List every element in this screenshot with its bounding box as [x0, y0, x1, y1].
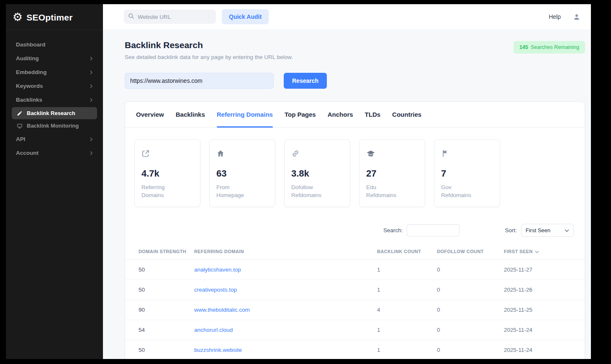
table-header-row: Domain Strength Referring Domain Backlin…: [125, 244, 585, 260]
sidebar-item-label: Embedding: [16, 69, 47, 75]
tab-backlinks[interactable]: Backlinks: [176, 102, 205, 127]
tab-tlds[interactable]: TLDs: [365, 102, 381, 127]
referring-domain-link[interactable]: anchorurl.cloud: [194, 327, 233, 333]
research-button[interactable]: Research: [284, 73, 327, 89]
help-link[interactable]: Help: [549, 13, 561, 20]
stat-referring-domains: 4.7k Referring Domains: [134, 139, 200, 207]
table-row: 90 www.thebolditalic.com 4 0 2025-11-25: [125, 300, 585, 320]
first-seen-value: 2025-11-24: [504, 320, 585, 340]
chevron-right-icon: [90, 84, 93, 89]
sidebar-item-keywords[interactable]: Keywords: [12, 79, 97, 93]
chevron-right-icon: [90, 70, 93, 75]
col-referring-domain: Referring Domain: [194, 244, 377, 260]
sidebar-item-label: Backlink Research: [27, 110, 75, 116]
referring-domain-link[interactable]: www.thebolditalic.com: [194, 307, 250, 313]
link-icon: [291, 149, 343, 158]
website-url-input[interactable]: [138, 14, 212, 20]
user-menu-icon[interactable]: [572, 13, 581, 21]
tab-anchors[interactable]: Anchors: [328, 102, 353, 127]
table-controls: Search: Sort: First Seen: [125, 224, 585, 237]
dofollow-count-value: 0: [437, 280, 504, 300]
sidebar-item-backlink-monitoring[interactable]: Backlink Monitoring: [12, 120, 97, 132]
sidebar-item-api[interactable]: API: [12, 132, 97, 146]
stat-dofollow-refdomains: 3.8k Dofollow Refdomains: [284, 139, 350, 207]
stat-from-homepage: 63 From Homepage: [209, 139, 275, 207]
flag-icon: [441, 149, 493, 158]
stat-value: 3.8k: [291, 168, 343, 179]
stat-edu-refdomains: 27 Edu Refdomains: [359, 139, 425, 207]
stat-label: Edu Refdomains: [366, 183, 418, 199]
sidebar-item-backlink-research[interactable]: Backlink Research: [12, 107, 97, 119]
dofollow-count-value: 0: [437, 300, 504, 320]
referring-domains-table: Domain Strength Referring Domain Backlin…: [125, 244, 585, 359]
referring-domain-link[interactable]: analyticshaven.top: [194, 267, 241, 273]
sort-group: Sort: First Seen: [505, 224, 574, 237]
referring-domain-link[interactable]: buzzshrink.website: [194, 347, 242, 353]
sidebar-item-backlinks[interactable]: Backlinks: [12, 93, 97, 107]
sort-select[interactable]: First Seen: [521, 224, 574, 237]
sidebar-nav: Dashboard Auditing Embedding Keywords Ba…: [6, 30, 103, 167]
dofollow-count-value: 0: [437, 340, 504, 359]
searches-remaining-badge: 145 Searches Remaining: [513, 41, 585, 54]
gear-logo-icon: ⚙: [13, 12, 23, 23]
sidebar: ⚙ SEOptimer Dashboard Auditing Embedding…: [6, 4, 103, 359]
sidebar-item-label: Account: [16, 150, 39, 156]
domain-strength-value: 54: [125, 320, 194, 340]
tab-top-pages[interactable]: Top Pages: [285, 102, 316, 127]
sidebar-item-dashboard[interactable]: Dashboard: [12, 38, 97, 51]
searches-remaining-label: Searches Remaining: [531, 44, 579, 50]
sidebar-item-auditing[interactable]: Auditing: [12, 51, 97, 65]
table-row: 50 creativeposts.top 1 0 2025-11-26: [125, 280, 585, 300]
sidebar-item-embedding[interactable]: Embedding: [12, 65, 97, 79]
chevron-down-icon: [565, 227, 569, 233]
sidebar-item-label: API: [16, 136, 26, 142]
domain-strength-value: 50: [125, 280, 194, 300]
backlink-results-card: Overview Backlinks Referring Domains Top…: [125, 101, 585, 359]
home-icon: [216, 149, 268, 158]
referring-domain-link[interactable]: creativeposts.top: [194, 287, 237, 293]
tab-countries[interactable]: Countries: [392, 102, 421, 127]
stat-label: Referring Domains: [141, 183, 193, 199]
first-seen-sort-header[interactable]: First Seen: [504, 249, 539, 254]
monitor-icon: [17, 123, 23, 129]
col-dofollow-count: Dofollow Count: [437, 244, 504, 260]
table-row: 50 analyticshaven.top 1 0 2025-11-27: [125, 260, 585, 280]
website-url-search[interactable]: [124, 10, 216, 24]
stat-value: 27: [366, 168, 418, 179]
table-search-input[interactable]: [407, 224, 460, 236]
searches-remaining-count: 145: [519, 44, 528, 50]
table-row: 54 anchorurl.cloud 1 0 2025-11-24: [125, 320, 585, 340]
page-header: Backlink Research See detailed backlink …: [125, 40, 585, 60]
sidebar-item-label: Auditing: [16, 55, 39, 62]
research-search-row: Research: [125, 73, 585, 89]
content: Backlink Research See detailed backlink …: [103, 29, 591, 359]
quick-audit-button[interactable]: Quick Audit: [222, 9, 269, 24]
stat-value: 63: [216, 168, 268, 179]
brand-logo[interactable]: ⚙ SEOptimer: [6, 4, 103, 30]
stat-label: Gov Refdomains: [441, 183, 493, 199]
backlink-count-value: 1: [377, 340, 437, 359]
dofollow-count-value: 0: [437, 320, 504, 340]
sidebar-item-label: Backlink Monitoring: [27, 123, 79, 129]
pencil-icon: [17, 110, 23, 116]
page-title: Backlink Research: [125, 40, 293, 50]
col-domain-strength: Domain Strength: [125, 244, 194, 260]
chevron-right-icon: [90, 151, 93, 156]
stats-row: 4.7k Referring Domains 63 From: [125, 128, 585, 207]
first-seen-value: 2025-11-25: [504, 300, 585, 320]
backlink-count-value: 1: [377, 320, 437, 340]
stat-label: From Homepage: [216, 183, 268, 199]
tab-referring-domains[interactable]: Referring Domains: [217, 102, 273, 127]
first-seen-value: 2025-11-24: [504, 340, 585, 359]
domain-strength-value: 90: [125, 300, 194, 320]
backlink-count-value: 4: [377, 300, 437, 320]
first-seen-value: 2025-11-26: [504, 280, 585, 300]
tab-overview[interactable]: Overview: [136, 102, 164, 127]
dofollow-count-value: 0: [437, 260, 504, 280]
sidebar-item-label: Dashboard: [16, 41, 46, 48]
app-window: ⚙ SEOptimer Dashboard Auditing Embedding…: [6, 4, 591, 359]
topbar: Quick Audit Help: [103, 4, 591, 29]
research-url-input[interactable]: [125, 73, 274, 89]
first-seen-value: 2025-11-27: [504, 260, 585, 280]
sidebar-item-account[interactable]: Account: [12, 146, 97, 160]
